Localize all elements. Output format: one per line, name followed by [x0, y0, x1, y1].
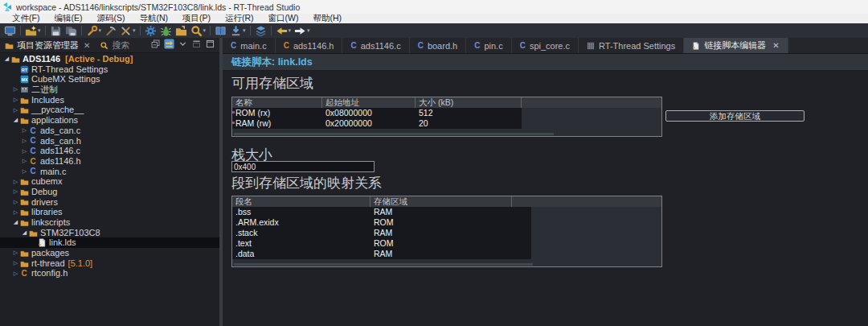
maximize-button[interactable]	[205, 38, 215, 52]
menu-item[interactable]: 编辑(E)	[47, 13, 89, 24]
tree-item-stm32f103c8[interactable]: ◢STM32F103C8	[0, 228, 219, 238]
tree-expand-arrow-icon[interactable]: ▷	[12, 208, 19, 217]
pickaxe-button[interactable]	[103, 23, 118, 38]
tree-expand-arrow-icon[interactable]: ▷	[12, 177, 19, 187]
table-row[interactable]: ROM (rx)0x08000000512	[232, 108, 661, 118]
tab-search[interactable]: 搜索	[95, 38, 134, 53]
tree-item--[interactable]: ▷二进制	[0, 85, 219, 95]
search-button[interactable]: ▾	[189, 23, 208, 38]
tree-expand-arrow-icon[interactable]: ▷	[21, 146, 28, 156]
menu-item[interactable]: 窗口(W)	[261, 13, 306, 24]
tree-item-applications[interactable]: ◢applications	[0, 115, 219, 126]
column-header[interactable]: 名称	[232, 97, 322, 108]
editor-tab-main-c[interactable]: Cmain.c	[223, 38, 276, 53]
menu-item[interactable]: 项目(P)	[175, 13, 218, 24]
table-row[interactable]: .ARM.exidxROM	[232, 217, 661, 228]
table-row[interactable]: .bssRAM	[232, 207, 661, 217]
tree-item-drivers[interactable]: ▷drivers	[0, 197, 219, 208]
tree-item-libraries[interactable]: ▷libraries	[0, 207, 219, 217]
back-arrow-button[interactable]: ▾	[274, 23, 293, 38]
monitor-button[interactable]	[2, 23, 18, 38]
save-all-button[interactable]	[63, 23, 79, 38]
add-memory-region-button[interactable]: 添加存储区域	[665, 110, 805, 122]
tree-item--pycache-[interactable]: ▷__pycache__	[0, 105, 219, 115]
book-button[interactable]	[213, 23, 228, 38]
tree-item-ads-can-h[interactable]: ▷Cads_can.h	[0, 136, 219, 146]
dropdown-arrow-icon[interactable]: ▾	[203, 27, 207, 34]
build-wrench-button[interactable]: ▾	[84, 23, 104, 38]
tree-expand-arrow-icon[interactable]: ▷	[21, 126, 28, 135]
tree-expand-arrow-icon[interactable]: ▷	[12, 248, 19, 258]
tree-expand-arrow-icon[interactable]: ▷	[21, 136, 28, 146]
menu-item[interactable]: 文件(F)	[5, 13, 47, 24]
column-header[interactable]: 段名	[232, 196, 371, 207]
close-icon[interactable]: ✕	[84, 41, 90, 50]
tree-expand-arrow-icon[interactable]: ◢	[12, 115, 19, 125]
tree-item-main-c[interactable]: ▷Cmain.c	[0, 167, 219, 177]
stack-size-input[interactable]	[231, 161, 375, 172]
tree-expand-arrow-icon[interactable]: ▷	[21, 167, 28, 176]
tree-expand-arrow-icon[interactable]: ▷	[12, 95, 19, 105]
horizontal-scrollbar[interactable]	[234, 263, 533, 266]
tree-item-cubemx[interactable]: ▷cubemx	[0, 176, 219, 187]
tree-expand-arrow-icon[interactable]: ▷	[12, 269, 19, 279]
tree-expand-arrow-icon[interactable]: ◢	[21, 228, 28, 237]
tree-expand-arrow-icon[interactable]: ◢	[12, 217, 19, 227]
dropdown-arrow-icon[interactable]: ▾	[243, 27, 246, 34]
dropdown-arrow-icon[interactable]: ▾	[289, 27, 292, 34]
link-editor-button[interactable]	[164, 38, 174, 52]
gear-button[interactable]	[143, 23, 158, 38]
tree-item-packages[interactable]: ▷packages	[0, 248, 219, 258]
tree-expand-arrow-icon[interactable]: ◢	[3, 54, 10, 64]
tree-item-link-lds[interactable]: link.lds	[0, 237, 219, 248]
menu-item[interactable]: 运行(R)	[218, 13, 261, 24]
tree-item-includes[interactable]: ▷Includes	[0, 95, 219, 105]
tools-button[interactable]: ▾	[118, 23, 137, 38]
editor-tab-rt-thread-settings[interactable]: RT-Thread Settings	[579, 38, 684, 53]
open-folder-button[interactable]	[174, 23, 189, 38]
horizontal-scrollbar[interactable]	[234, 133, 554, 135]
tree-item-ads1146-c[interactable]: ▷Cads1146.c	[0, 146, 219, 156]
tree-item-rt-thread[interactable]: ▷rt-thread[5.1.0]	[0, 258, 219, 269]
tree-item-ads1146[interactable]: ◢ADS1146[Active - Debug]	[0, 54, 219, 64]
layers-button[interactable]	[253, 23, 268, 38]
editor-tab-ads1146-h[interactable]: Cads1146.h	[276, 38, 343, 53]
tree-expand-arrow-icon[interactable]: ▷	[12, 85, 19, 94]
forward-arrow-button[interactable]: ▾	[293, 23, 312, 38]
column-header[interactable]: 存储区域	[371, 196, 512, 207]
save-button[interactable]	[48, 23, 63, 38]
editor-tab-board-h[interactable]: Cboard.h	[410, 38, 467, 53]
editor-tab--[interactable]: 链接脚本编辑器✕	[684, 38, 788, 53]
tree-expand-arrow-icon[interactable]: ▷	[12, 105, 19, 115]
tree-item-linkscripts[interactable]: ◢linkscripts	[0, 217, 219, 228]
editor-tab-spi-core-c[interactable]: Cspi_core.c	[512, 38, 579, 53]
table-row[interactable]: .textROM	[232, 238, 661, 249]
menu-item[interactable]: 帮助(H)	[305, 13, 349, 24]
dropdown-arrow-icon[interactable]: ▾	[307, 27, 310, 34]
close-icon[interactable]: ✕	[772, 41, 779, 50]
tree-expand-arrow-icon[interactable]: ▷	[12, 197, 19, 207]
debug-bug-button[interactable]	[158, 23, 174, 38]
table-row[interactable]: .stackRAM	[232, 228, 661, 238]
menu-item[interactable]: 导航(N)	[132, 13, 175, 24]
dropdown-arrow-icon[interactable]: ▾	[99, 27, 102, 34]
tree-item-ads-can-c[interactable]: ▷Cads_can.c	[0, 126, 219, 136]
table-row[interactable]: RAM (rw)0x2000000020	[232, 118, 661, 129]
chevron-down-button[interactable]	[178, 38, 188, 52]
menu-item[interactable]: 源码(S)	[89, 13, 132, 24]
minimize-button[interactable]	[191, 38, 202, 52]
tree-expand-arrow-icon[interactable]: ▷	[21, 156, 28, 166]
collapse-all-button[interactable]	[150, 38, 161, 52]
tab-project-explorer[interactable]: 项目资源管理器 ✕	[0, 38, 95, 53]
column-header[interactable]: 大小 (kB)	[416, 97, 522, 108]
dropdown-arrow-icon[interactable]: ▾	[133, 27, 136, 34]
new-wizard-button[interactable]: ▾	[23, 23, 43, 38]
editor-tab-pin-c[interactable]: Cpin.c	[466, 38, 511, 53]
tree-item-rt-thread-settings[interactable]: RTRT-Thread Settings	[0, 64, 219, 75]
download-button[interactable]: ▾	[228, 23, 248, 38]
tree-item-rtconfig-h[interactable]: ▷Crtconfig.h	[0, 268, 219, 279]
dropdown-arrow-icon[interactable]: ▾	[38, 27, 41, 34]
tree-item-cubemx-settings[interactable]: MXCubeMX Settings	[0, 74, 219, 85]
tree-item-debug[interactable]: ▷Debug	[0, 187, 219, 197]
tree-expand-arrow-icon[interactable]: ▷	[12, 187, 19, 196]
